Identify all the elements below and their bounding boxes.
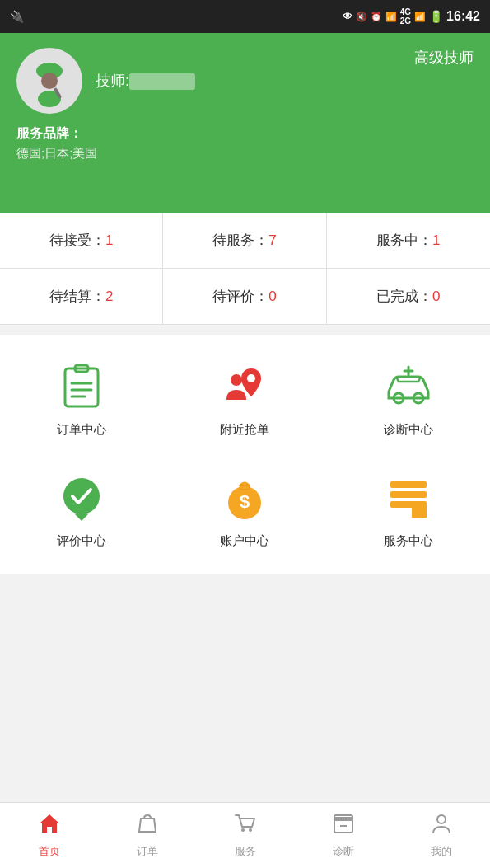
nav-orders[interactable]: 订单	[98, 803, 196, 868]
review-center-label: 评价中心	[57, 533, 106, 549]
status-bar-right: 👁 🔇 ⏰ 📶 4G2G 📶 🔋 16:42	[343, 7, 480, 26]
status-bar: 🔌 👁 🔇 ⏰ 📶 4G2G 📶 🔋 16:42	[0, 0, 490, 33]
mute-icon: 🔇	[356, 12, 367, 22]
review-center-button[interactable]: 评价中心	[0, 454, 163, 565]
network-label: 4G2G	[400, 7, 411, 26]
wifi-icon: 📶	[385, 12, 397, 22]
car-plus-icon	[381, 359, 436, 414]
avatar	[16, 48, 82, 114]
svg-point-17	[63, 478, 100, 514]
diagnosis-center-label: 诊断中心	[384, 422, 433, 438]
service-center-label: 服务中心	[384, 533, 433, 549]
cart-icon	[234, 812, 257, 841]
money-bag-icon: $	[217, 471, 272, 525]
nav-home-label: 首页	[39, 844, 60, 859]
nav-service[interactable]: 服务	[196, 803, 294, 868]
nav-mine[interactable]: 我的	[392, 803, 490, 868]
time-display: 16:42	[446, 9, 480, 24]
service-brand-label: 服务品牌：	[16, 125, 474, 143]
nav-orders-label: 订单	[137, 844, 158, 859]
nav-diagnosis[interactable]: 诊断	[294, 803, 392, 868]
brand-values: 德国;日本;美国	[16, 146, 474, 162]
stat-pending-accept[interactable]: 待接受：1	[0, 213, 163, 269]
svg-text:$: $	[240, 491, 250, 512]
stat-pending-review[interactable]: 待评价：0	[163, 269, 326, 324]
person-icon	[430, 812, 453, 841]
svg-point-26	[241, 828, 245, 832]
nav-home[interactable]: 首页	[0, 803, 98, 868]
svg-rect-21	[390, 481, 427, 488]
alarm-icon: ⏰	[371, 12, 382, 22]
account-center-button[interactable]: $ 账户中心	[163, 454, 326, 565]
lines-bookmark-icon	[381, 471, 436, 525]
status-bar-left: 🔌	[10, 10, 24, 23]
technician-level: 高级技师	[414, 48, 474, 68]
svg-point-27	[249, 828, 252, 832]
svg-point-3	[41, 73, 58, 89]
header-info: 技师:	[96, 71, 401, 91]
check-bubble-icon	[54, 471, 109, 525]
service-center-button[interactable]: 服务中心	[327, 454, 490, 565]
stat-pending-service[interactable]: 待服务：7	[163, 213, 326, 269]
location-person-icon	[217, 359, 272, 414]
stat-pending-payment[interactable]: 待结算：2	[0, 269, 163, 324]
signal-icon: 📶	[414, 12, 426, 22]
nav-diagnosis-label: 诊断	[333, 844, 354, 859]
nav-service-label: 服务	[235, 844, 256, 859]
avatar-icon	[21, 53, 77, 109]
stats-grid: 待接受：1 待服务：7 服务中：1 待结算：2 待评价：0 已完成：0	[0, 213, 490, 325]
bag-icon	[136, 812, 159, 841]
bottom-nav: 首页 订单 服务	[0, 802, 490, 868]
svg-marker-25	[412, 518, 427, 523]
account-center-label: 账户中心	[220, 533, 269, 549]
home-icon	[38, 812, 61, 841]
svg-rect-6	[65, 368, 98, 406]
svg-rect-19	[240, 485, 250, 490]
icon-grid: 订单中心 附近抢单	[0, 335, 490, 574]
stat-in-service[interactable]: 服务中：1	[327, 213, 490, 269]
eye-icon: 👁	[343, 11, 352, 22]
order-center-label: 订单中心	[57, 422, 106, 438]
technician-name: 技师:	[96, 71, 401, 91]
usb-icon: 🔌	[10, 10, 24, 23]
svg-point-12	[247, 374, 255, 382]
box-icon	[332, 812, 355, 841]
nearby-grab-label: 附近抢单	[220, 422, 269, 438]
header: 技师: 高级技师 服务品牌： 德国;日本;美国	[0, 33, 490, 213]
nearby-grab-button[interactable]: 附近抢单	[163, 343, 326, 454]
svg-rect-22	[390, 491, 427, 498]
battery-icon: 🔋	[429, 10, 443, 23]
svg-rect-24	[412, 504, 427, 518]
svg-point-11	[231, 374, 242, 386]
diagnosis-center-button[interactable]: 诊断中心	[327, 343, 490, 454]
order-center-button[interactable]: 订单中心	[0, 343, 163, 454]
svg-point-33	[437, 815, 446, 823]
clipboard-icon	[54, 359, 109, 414]
stat-completed[interactable]: 已完成：0	[327, 269, 490, 324]
nav-mine-label: 我的	[431, 844, 452, 859]
